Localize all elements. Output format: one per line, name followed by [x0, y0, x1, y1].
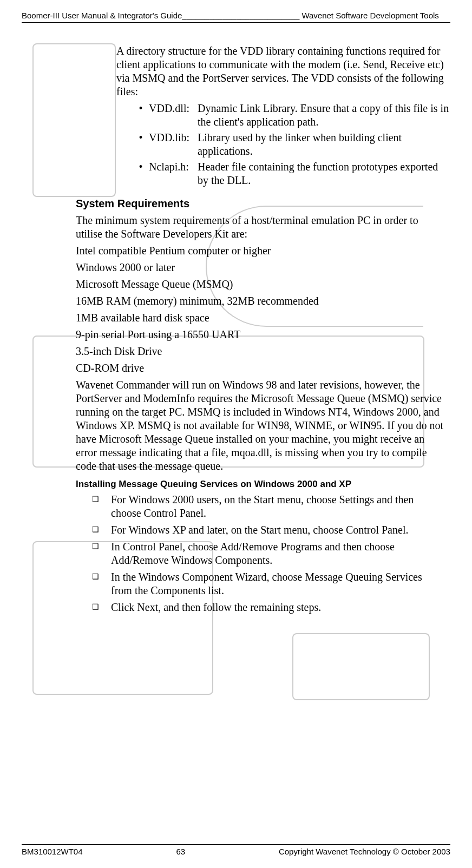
- req-item: 9-pin serial Port using a 16550 UART: [76, 328, 445, 341]
- step-item: ❑ In Control Panel, choose Add/Remove Pr…: [92, 540, 445, 567]
- req-item: CD-ROM drive: [76, 361, 445, 375]
- page-footer: BM310012WT04 63 Copyright Wavenet Techno…: [22, 844, 450, 857]
- footer-page-number: 63: [176, 847, 185, 857]
- checkbox-icon: ❑: [92, 493, 111, 520]
- bullet-icon: •: [133, 102, 149, 129]
- step-text: In Control Panel, choose Add/Remove Prog…: [111, 540, 445, 567]
- step-item: ❑ Click Next, and then follow the remain…: [92, 601, 445, 614]
- page-header: Boomer-III User Manual & Integrator's Gu…: [22, 11, 450, 23]
- file-desc: Header file containing the function prot…: [198, 160, 450, 187]
- req-item: Microsoft Message Queue (MSMQ): [76, 278, 445, 291]
- step-text: For Windows XP and later, on the Start m…: [111, 523, 445, 537]
- checkbox-icon: ❑: [92, 601, 111, 614]
- step-item: ❑ For Windows XP and later, on the Start…: [92, 523, 445, 537]
- req-item: 16MB RAM (memory) minimum, 32MB recommen…: [76, 294, 445, 308]
- checkbox-icon: ❑: [92, 540, 111, 567]
- checkbox-icon: ❑: [92, 523, 111, 537]
- header-right: Wavenet Software Development Tools: [299, 11, 439, 20]
- install-heading: Installing Message Queuing Services on W…: [76, 478, 445, 490]
- req-item: Windows 2000 or later: [76, 261, 445, 274]
- step-text: In the Windows Component Wizard, choose …: [111, 570, 445, 597]
- header-left: Boomer-III User Manual & Integrator's Gu…: [22, 11, 299, 20]
- file-item: • Nclapi.h: Header file containing the f…: [133, 160, 450, 187]
- bullet-icon: •: [133, 160, 149, 187]
- footer-copyright: Copyright Wavenet Technology © October 2…: [279, 847, 450, 857]
- req-item: Intel compatible Pentium computer or hig…: [76, 244, 445, 258]
- req-item: 3.5-inch Disk Drive: [76, 345, 445, 358]
- file-name: VDD.lib:: [149, 131, 198, 158]
- step-item: ❑ For Windows 2000 users, on the Start m…: [92, 493, 445, 520]
- checkbox-icon: ❑: [92, 570, 111, 597]
- file-item: • VDD.dll: Dynamic Link Library. Ensure …: [133, 102, 450, 129]
- step-item: ❑ In the Windows Component Wizard, choos…: [92, 570, 445, 597]
- commander-paragraph: Wavenet Commander will run on Windows 98…: [76, 378, 445, 473]
- system-requirements-heading: System Requirements: [76, 197, 445, 211]
- step-text: Click Next, and then follow the remainin…: [111, 601, 445, 614]
- bullet-icon: •: [133, 131, 149, 158]
- file-name: VDD.dll:: [149, 102, 198, 129]
- footer-left: BM310012WT04: [22, 847, 83, 857]
- step-text: For Windows 2000 users, on the Start men…: [111, 493, 445, 520]
- file-desc: Library used by the linker when building…: [198, 131, 450, 158]
- file-item: • VDD.lib: Library used by the linker wh…: [133, 131, 450, 158]
- file-desc: Dynamic Link Library. Ensure that a copy…: [198, 102, 450, 129]
- req-item: 1MB available hard disk space: [76, 311, 445, 325]
- sysreq-intro: The minimum system requirements of a hos…: [76, 214, 445, 241]
- file-name: Nclapi.h:: [149, 160, 198, 187]
- intro-paragraph: A directory structure for the VDD librar…: [116, 44, 450, 98]
